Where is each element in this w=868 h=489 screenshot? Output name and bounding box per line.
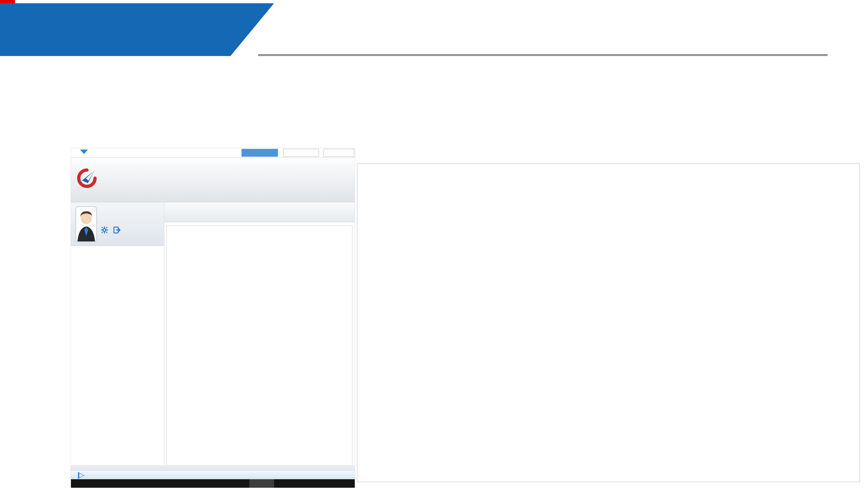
report-grid xyxy=(357,164,860,482)
cropped-button[interactable] xyxy=(283,149,319,157)
browser-status-bar: |▷ xyxy=(71,470,355,479)
portal-screenshot: |▷ xyxy=(71,148,355,488)
cropped-button[interactable] xyxy=(323,149,354,157)
header-rule-line xyxy=(258,54,828,56)
video-bar-segment xyxy=(249,479,274,488)
window-strip xyxy=(71,465,355,470)
avatar xyxy=(75,206,97,242)
report-table xyxy=(357,149,860,482)
breadcrumb xyxy=(164,202,355,222)
user-panel xyxy=(71,202,164,246)
portal-header xyxy=(71,157,355,202)
status-play-icon: |▷ xyxy=(78,471,84,479)
sidebar-menu xyxy=(71,246,164,465)
video-bar xyxy=(71,479,355,488)
content-pane xyxy=(166,225,352,468)
report-title xyxy=(357,149,859,164)
college-logo-icon xyxy=(77,168,97,188)
gear-icon xyxy=(101,226,108,234)
banner-background xyxy=(0,3,274,56)
chevron-down-icon[interactable] xyxy=(80,149,89,155)
subsection-heading xyxy=(69,106,74,111)
logout-icon xyxy=(113,226,120,234)
cropped-blue-button[interactable] xyxy=(242,149,278,157)
